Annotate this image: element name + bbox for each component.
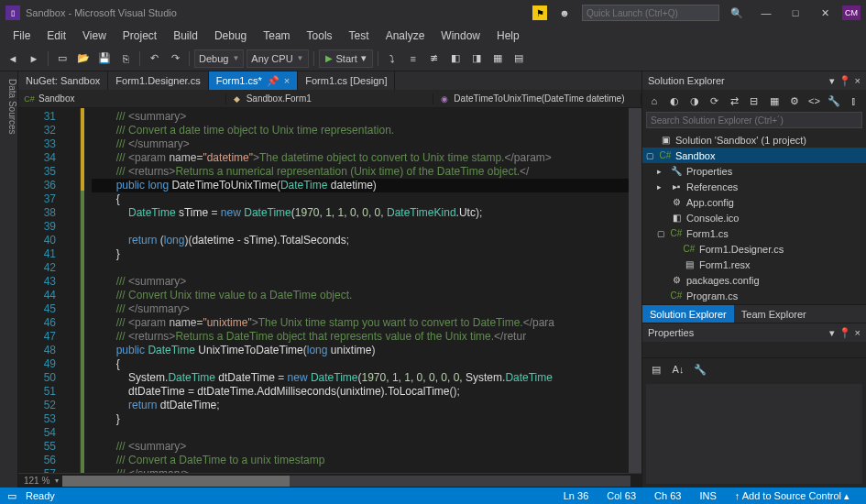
filter-button[interactable]: ⫿ [846,93,862,109]
properties-button[interactable]: ⚙ [786,93,803,109]
tree-item[interactable]: ▢C#Sandbox [642,148,866,163]
start-debug-button[interactable]: ▶Start▾ [319,49,373,68]
data-sources-rail[interactable]: Data Sources [0,71,18,488]
panel-pin-icon[interactable]: 📍 [839,327,851,339]
separator [139,51,140,66]
open-button[interactable]: 📂 [74,49,93,68]
expander-icon[interactable]: ▸ [657,167,666,176]
fwd-button[interactable]: ◑ [686,93,703,109]
config-combo[interactable]: Debug▼ [194,49,244,68]
menu-view[interactable]: View [75,27,114,44]
menu-analyze[interactable]: Analyze [378,27,433,44]
nav-member-combo[interactable]: ◉DateTimeToUnixTime(DateTime datetime) [433,93,641,104]
maximize-button[interactable]: □ [784,4,807,22]
panel-dropdown-icon[interactable]: ▾ [829,75,835,87]
tab-designer-cs[interactable]: Form1.Designer.cs [108,71,208,90]
quick-launch-input[interactable] [582,5,719,21]
pin-icon[interactable]: 📌 [267,75,280,87]
tab-solution-explorer[interactable]: Solution Explorer [642,305,734,323]
zoom-combo[interactable]: 121 % [18,476,55,486]
new-project-button[interactable]: ▭ [53,49,71,68]
tree-item[interactable]: ▤Form1.resx [642,257,866,272]
tree-item[interactable]: ▢C#Form1.cs [642,225,866,241]
search-icon[interactable]: 🔍 [725,4,749,22]
nav-scope-combo[interactable]: C#Sandbox [18,93,226,104]
properties-selector[interactable] [642,342,866,358]
menu-tools[interactable]: Tools [300,27,340,44]
tab-team-explorer[interactable]: Team Explorer [734,305,814,323]
menu-help[interactable]: Help [489,27,527,44]
status-col: Col 63 [597,490,645,501]
bookmark2-button[interactable]: ◨ [467,49,486,68]
minimize-button[interactable]: — [754,4,778,22]
menu-team[interactable]: Team [256,27,297,44]
alphabetical-button[interactable]: A↓ [670,361,686,378]
vertical-scrollbar[interactable] [629,108,641,473]
tree-item[interactable]: ▣Solution 'Sandbox' (1 project) [642,132,866,148]
tree-item[interactable]: C#Program.cs [642,288,866,303]
properties-panel: Properties ▾📍× ▤ A↓ 🔧 [642,323,866,488]
expander-icon[interactable]: ▸ [657,182,666,192]
tab-form1-cs[interactable]: Form1.cs*📌× [209,71,299,90]
menu-window[interactable]: Window [433,27,488,44]
tree-item[interactable]: ⚙packages.config [642,272,866,288]
save-button[interactable]: 💾 [95,49,114,68]
tree-item[interactable]: ▸▸▪References [642,179,866,194]
tree-label: Form1.resx [699,259,751,270]
tree-item[interactable]: ▸🔧Properties [642,163,866,179]
expander-icon[interactable]: ▢ [646,151,655,160]
indent-button[interactable]: ▦ [488,49,507,68]
menu-build[interactable]: Build [166,27,205,44]
tree-item[interactable]: C#Form1.Designer.cs [642,241,866,257]
uncomment-button[interactable]: ≢ [425,49,444,68]
source-control-button[interactable]: ↑ Add to Source Control ▴ [726,490,859,502]
comment-button[interactable]: ≡ [404,49,422,68]
collapse-button[interactable]: ⊟ [746,93,762,109]
menu-edit[interactable]: Edit [39,27,73,44]
back-button[interactable]: ◐ [666,93,683,109]
notification-flag-icon[interactable]: ⚑ [532,5,547,20]
wrench-button[interactable]: 🔧 [826,93,842,109]
refresh-button[interactable]: ⟳ [706,93,722,109]
code-editor[interactable]: 3132333435363738394041424344454647484950… [18,108,641,473]
expander-icon[interactable]: ▢ [657,229,666,238]
nav-class-combo[interactable]: ◆Sandbox.Form1 [226,93,434,104]
file-icon: C# [670,227,683,240]
bookmark-button[interactable]: ◧ [446,49,465,68]
sync-button[interactable]: ⇄ [726,93,742,109]
redo-button[interactable]: ↷ [166,49,184,68]
menu-project[interactable]: Project [115,27,164,44]
panel-dropdown-icon[interactable]: ▾ [829,327,835,339]
code-navbar: C#Sandbox ◆Sandbox.Form1 ◉DateTimeToUnix… [18,90,641,108]
home-button[interactable]: ⌂ [646,93,663,109]
preview-button[interactable]: <> [806,93,823,109]
tree-item[interactable]: ◧Console.ico [642,210,866,225]
undo-button[interactable]: ↶ [145,49,163,68]
menu-test[interactable]: Test [342,27,377,44]
code-content[interactable]: /// <summary> /// Convert a date time ob… [84,108,629,473]
tab-nuget[interactable]: NuGet: Sandbox [18,71,108,90]
close-tab-icon[interactable]: × [284,75,290,86]
menu-debug[interactable]: Debug [207,27,254,44]
save-all-button[interactable]: ⎘ [116,49,135,68]
close-button[interactable]: ✕ [813,4,837,22]
solution-search-input[interactable] [646,112,862,128]
tree-item[interactable]: ⚙App.config [642,194,866,210]
platform-combo[interactable]: Any CPU▼ [247,49,308,68]
tab-form1-design[interactable]: Form1.cs [Design] [298,71,395,90]
properties-grid[interactable] [646,384,862,484]
props-wrench-button[interactable]: 🔧 [692,361,708,378]
panel-close-icon[interactable]: × [855,327,861,339]
outdent-button[interactable]: ▤ [510,49,528,68]
panel-close-icon[interactable]: × [855,75,861,87]
menu-file[interactable]: File [5,27,38,44]
show-all-button[interactable]: ▦ [766,93,783,109]
horizontal-scrollbar[interactable] [62,476,630,487]
feedback-icon[interactable]: ☻ [553,4,576,22]
user-badge[interactable]: CM [842,5,861,20]
panel-pin-icon[interactable]: 📍 [839,75,851,87]
step-button[interactable]: ⤵ [383,49,401,68]
categorized-button[interactable]: ▤ [648,361,664,378]
nav-back-button[interactable]: ◄ [4,49,22,68]
nav-fwd-button[interactable]: ► [25,49,43,68]
